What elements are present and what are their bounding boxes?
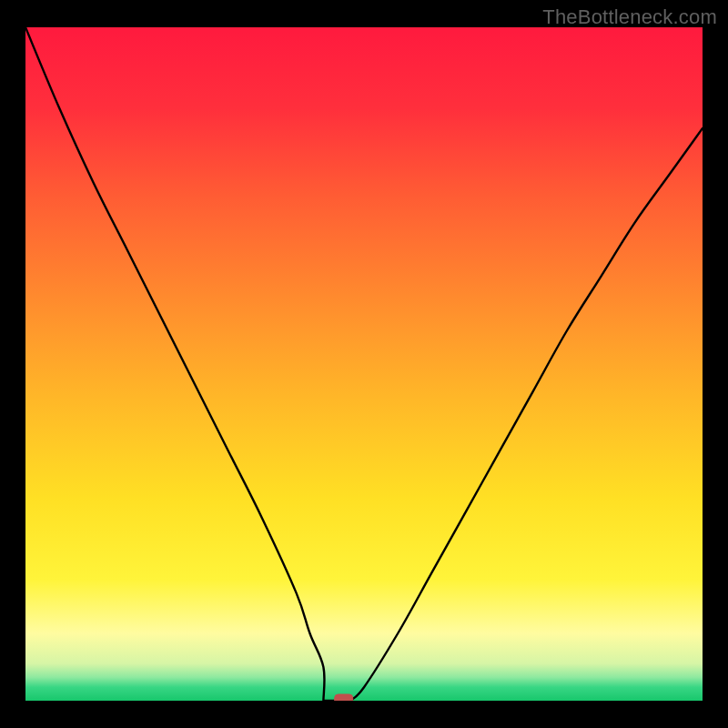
plot-svg	[25, 27, 703, 701]
plot-area	[25, 27, 703, 701]
watermark-text: TheBottleneck.com	[542, 5, 717, 29]
gradient-background	[25, 27, 703, 701]
chart-frame: TheBottleneck.com	[0, 0, 728, 728]
optimum-marker	[335, 694, 353, 701]
